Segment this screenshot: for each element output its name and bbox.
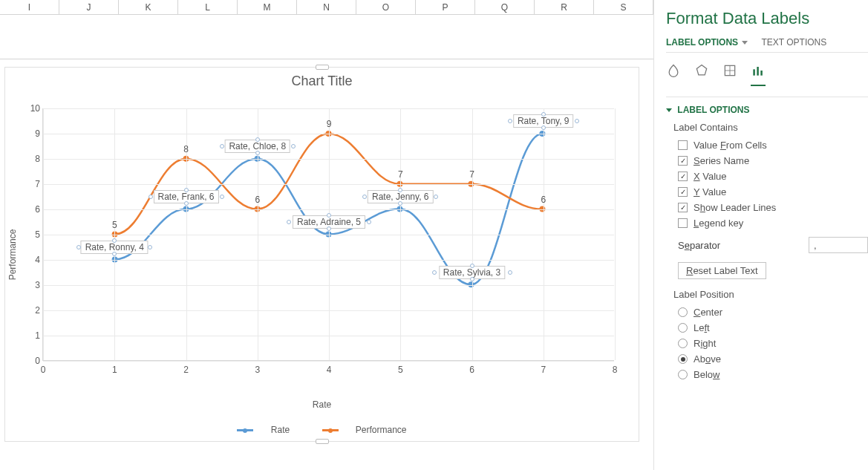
chart-resize-handle-bottom[interactable]	[316, 439, 329, 444]
checkbox-icon: ✓	[678, 203, 688, 212]
column-header-K[interactable]: K	[119, 0, 178, 14]
selection-handle[interactable]	[220, 195, 224, 199]
checkbox-x-value[interactable]: ✓ X Value	[666, 169, 868, 184]
checkbox-label: Show Leader Lines	[694, 202, 776, 213]
svg-rect-20	[760, 71, 763, 76]
checkbox-icon: ✓	[678, 187, 688, 197]
selection-handle[interactable]	[508, 270, 512, 275]
y-tick: 5	[27, 229, 40, 240]
column-header-S[interactable]: S	[594, 0, 653, 14]
tab-label-options-text: LABEL OPTIONS	[666, 37, 738, 48]
selection-handle[interactable]	[470, 264, 474, 268]
x-tick: 7	[541, 365, 546, 375]
radio-label: Right	[694, 338, 716, 349]
checkbox-legend-key[interactable]: Legend key	[666, 215, 868, 231]
effects-icon[interactable]	[694, 63, 709, 86]
pane-title: Format Data Labels	[666, 9, 868, 28]
pane-icon-tabs	[666, 60, 868, 97]
x-axis-label[interactable]: Rate	[313, 399, 331, 410]
checkbox-label: Series Name	[694, 155, 749, 166]
column-header-O[interactable]: O	[356, 0, 416, 14]
checkbox-series-name[interactable]: ✓ Series Name	[666, 153, 868, 169]
radio-label: Above	[694, 353, 721, 365]
selection-handle[interactable]	[255, 137, 260, 142]
chart-title[interactable]: Chart Title	[5, 68, 639, 92]
label-options-icon[interactable]	[751, 63, 766, 86]
chart-resize-handle-top[interactable]	[316, 65, 329, 70]
column-header-I[interactable]: I	[0, 0, 59, 14]
chart-object[interactable]: Chart Title Performance 0123456789100123…	[4, 67, 639, 442]
checkbox-show-leader-lines[interactable]: ✓ Show Leader Lines	[666, 200, 868, 215]
checkbox-label: X Value	[694, 171, 727, 182]
label-contains-heading: Label Contains	[666, 120, 868, 137]
selection-handle[interactable]	[432, 270, 437, 275]
selection-handle[interactable]	[575, 119, 579, 123]
radio-icon	[678, 370, 688, 379]
checkbox-value-from-cells[interactable]: Value From Cells	[666, 137, 868, 153]
checkbox-icon: ✓	[678, 172, 688, 181]
x-tick: 0	[41, 365, 46, 375]
selection-handle[interactable]	[148, 245, 152, 249]
radio-right[interactable]: Right	[666, 336, 868, 351]
selection-handle[interactable]	[398, 188, 402, 192]
column-header-N[interactable]: N	[297, 0, 356, 14]
selection-handle[interactable]	[327, 213, 331, 218]
separator-input[interactable]	[809, 237, 868, 253]
selection-handle[interactable]	[508, 119, 512, 123]
column-header-P[interactable]: P	[416, 0, 475, 14]
chart-legend[interactable]: Rate Performance	[5, 425, 639, 435]
radio-icon	[678, 323, 688, 333]
selection-handle[interactable]	[149, 195, 153, 199]
size-properties-icon[interactable]	[722, 63, 737, 86]
radio-above[interactable]: Above	[666, 351, 868, 367]
y-tick: 0	[27, 356, 40, 366]
y-axis-label[interactable]: Performance	[7, 229, 18, 280]
selection-handle[interactable]	[220, 144, 224, 148]
selection-handle[interactable]	[112, 252, 117, 256]
selection-handle[interactable]	[398, 201, 402, 206]
section-label-options[interactable]: LABEL OPTIONS	[666, 97, 868, 120]
checkbox-icon	[678, 140, 688, 150]
selection-handle[interactable]	[470, 277, 474, 281]
radio-left[interactable]: Left	[666, 320, 868, 336]
column-header-L[interactable]: L	[178, 0, 238, 14]
selection-handle[interactable]	[362, 195, 367, 199]
selection-handle[interactable]	[327, 226, 331, 231]
selection-handle[interactable]	[291, 144, 296, 148]
y-tick: 6	[27, 204, 40, 215]
radio-icon	[678, 339, 688, 348]
selection-handle[interactable]	[184, 201, 189, 206]
selection-handle[interactable]	[367, 220, 371, 224]
tab-label-options[interactable]: LABEL OPTIONS	[666, 37, 748, 48]
selection-handle[interactable]	[434, 195, 438, 199]
fill-icon[interactable]	[666, 63, 681, 86]
column-header-J[interactable]: J	[59, 0, 119, 14]
svg-marker-14	[696, 65, 706, 75]
legend-label-performance: Performance	[356, 425, 407, 435]
radio-icon	[678, 307, 688, 317]
radio-center[interactable]: Center	[666, 304, 868, 320]
selection-handle[interactable]	[541, 125, 546, 130]
radio-label: Left	[694, 322, 710, 333]
column-header-Q[interactable]: Q	[475, 0, 535, 14]
pane-tabs: LABEL OPTIONS TEXT OPTIONS	[666, 37, 868, 53]
column-header-R[interactable]: R	[535, 0, 594, 14]
radio-below[interactable]: Below	[666, 367, 868, 382]
section-label-options-text: LABEL OPTIONS	[677, 105, 749, 115]
column-header-M[interactable]: M	[238, 0, 297, 14]
selection-handle[interactable]	[112, 238, 117, 243]
selection-handle[interactable]	[255, 151, 260, 155]
checkbox-y-value[interactable]: ✓ Y Value	[666, 184, 868, 200]
worksheet-area: IJKLMNOPQRS Chart Title Performance 0123…	[0, 0, 653, 470]
plot-area[interactable]: 012345678910012345678Rate, Ronny, 4Rate,…	[42, 108, 614, 361]
format-data-labels-pane: Format Data Labels LABEL OPTIONS TEXT OP…	[653, 0, 868, 470]
x-tick: 4	[327, 365, 332, 375]
x-tick: 6	[469, 365, 474, 375]
selection-handle[interactable]	[76, 245, 81, 249]
tab-text-options[interactable]: TEXT OPTIONS	[761, 37, 826, 48]
column-headers: IJKLMNOPQRS	[0, 0, 653, 15]
selection-handle[interactable]	[184, 188, 189, 192]
selection-handle[interactable]	[541, 112, 546, 117]
reset-label-text-button[interactable]: Reset Label Text	[678, 262, 766, 279]
selection-handle[interactable]	[287, 220, 291, 224]
